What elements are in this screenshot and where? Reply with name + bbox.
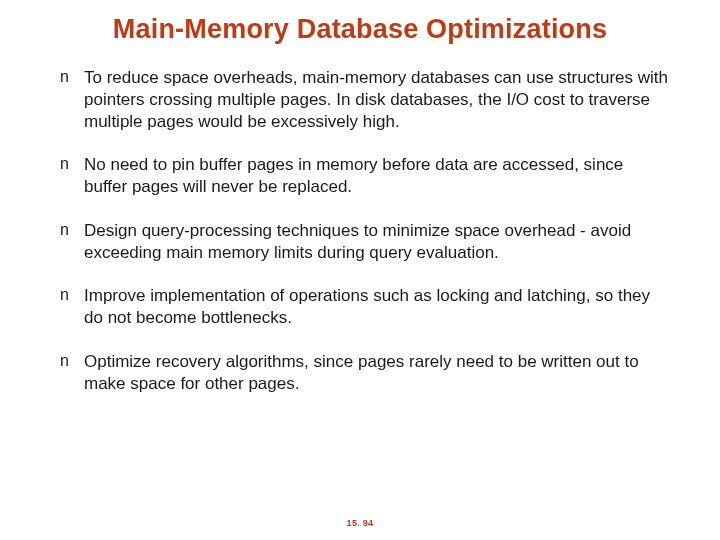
list-item: n Design query-processing techniques to … xyxy=(60,220,668,264)
bullet-marker: n xyxy=(60,351,84,371)
bullet-text: To reduce space overheads, main-memory d… xyxy=(84,67,668,132)
bullet-text: Improve implementation of operations suc… xyxy=(84,285,668,329)
list-item: n Optimize recovery algorithms, since pa… xyxy=(60,351,668,395)
bullet-marker: n xyxy=(60,67,84,87)
list-item: n To reduce space overheads, main-memory… xyxy=(60,67,668,132)
bullet-marker: n xyxy=(60,154,84,174)
bullet-text: No need to pin buffer pages in memory be… xyxy=(84,154,668,198)
slide-title: Main-Memory Database Optimizations xyxy=(46,14,674,45)
bullet-text: Design query-processing techniques to mi… xyxy=(84,220,668,264)
bullet-list: n To reduce space overheads, main-memory… xyxy=(46,67,674,394)
bullet-marker: n xyxy=(60,285,84,305)
slide: Main-Memory Database Optimizations n To … xyxy=(0,0,720,540)
bullet-text: Optimize recovery algorithms, since page… xyxy=(84,351,668,395)
page-number: 15. 94 xyxy=(0,518,720,528)
list-item: n No need to pin buffer pages in memory … xyxy=(60,154,668,198)
list-item: n Improve implementation of operations s… xyxy=(60,285,668,329)
bullet-marker: n xyxy=(60,220,84,240)
